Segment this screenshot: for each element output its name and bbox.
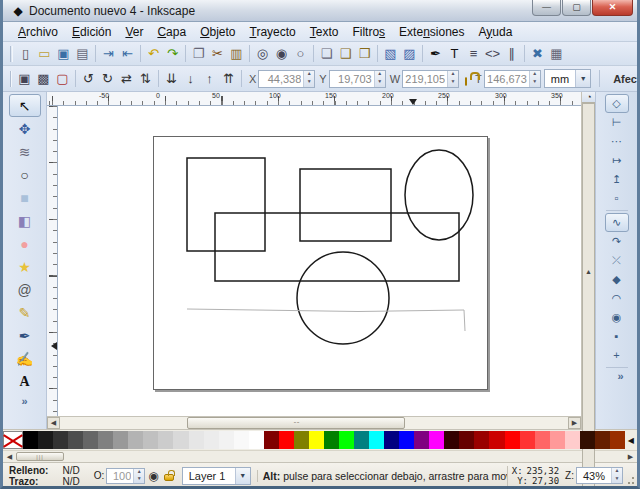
color-swatch[interactable] (189, 431, 204, 449)
align-dialog-icon[interactable]: ∥ (502, 44, 521, 63)
tweak-tool[interactable]: ≋ (9, 140, 41, 163)
color-swatch[interactable] (143, 431, 158, 449)
y-input[interactable] (330, 71, 374, 87)
x-spinner[interactable]: ▲▼ (303, 71, 314, 87)
import-icon[interactable]: ⇥ (99, 44, 118, 63)
color-swatch[interactable] (234, 431, 249, 449)
swatch-none[interactable] (3, 431, 23, 449)
layer-lock-icon[interactable] (164, 474, 174, 481)
snap-bbox-edges-icon[interactable]: ⋯ (605, 132, 629, 151)
unlink-clone-icon[interactable]: ❒ (355, 44, 374, 63)
freehand-line-shape[interactable] (187, 309, 465, 331)
snap-rotation-centers-icon[interactable]: + (605, 346, 629, 365)
horizontal-scroll-thumb[interactable] (187, 417, 405, 429)
maximize-button[interactable]: ▢ (562, 0, 591, 16)
color-swatch[interactable] (369, 431, 384, 449)
canvas-viewport[interactable] (58, 106, 581, 416)
snap-paths-icon[interactable]: ↷ (605, 232, 629, 251)
print-icon[interactable]: ▤ (73, 44, 92, 63)
close-button[interactable]: ✕ (592, 0, 633, 16)
snap-smooth-nodes-icon[interactable]: ◠ (605, 289, 629, 308)
rectangle-shape[interactable] (300, 169, 391, 241)
zoom-input[interactable] (577, 468, 611, 483)
paste-icon[interactable]: ▥ (227, 44, 246, 63)
color-swatch[interactable] (580, 431, 595, 449)
height-input[interactable] (485, 71, 529, 87)
ellipse-tool[interactable]: ● (9, 232, 41, 255)
palette-scroll-left-arrow[interactable]: ◀ (3, 451, 16, 462)
menu-objeto[interactable]: Objeto (193, 23, 242, 41)
scroll-left-arrow[interactable]: ◀ (47, 417, 60, 429)
lower-to-bottom-icon[interactable]: ⇊ (162, 69, 181, 88)
copy-icon[interactable]: ❐ (189, 44, 208, 63)
group-icon[interactable]: ▧ (381, 44, 400, 63)
menu-archivo[interactable]: Archivo (11, 23, 65, 41)
calligraphy-tool[interactable]: ✍ (9, 347, 41, 370)
color-swatch[interactable] (505, 431, 520, 449)
color-swatch[interactable] (98, 431, 113, 449)
sticky-zoom-button[interactable]: ◔ (582, 92, 596, 103)
width-spinner[interactable]: ▲▼ (447, 71, 458, 87)
xml-editor-icon[interactable]: <> (483, 44, 502, 63)
snap-enable-icon[interactable]: ◇ (605, 94, 629, 113)
document-properties-icon[interactable]: ▦ (547, 44, 566, 63)
color-swatch[interactable] (384, 431, 399, 449)
new-document-icon[interactable]: ▯ (16, 44, 35, 63)
horizontal-ruler[interactable]: -50050100150200250300350 (47, 92, 581, 106)
x-input[interactable] (259, 71, 303, 87)
color-swatch[interactable] (474, 431, 489, 449)
color-swatch[interactable] (83, 431, 98, 449)
menu-texto[interactable]: Texto (303, 23, 346, 41)
ellipse-shape[interactable] (405, 150, 473, 240)
scroll-up-arrow[interactable]: ▲ (582, 103, 595, 440)
color-swatch[interactable] (264, 431, 279, 449)
color-swatch[interactable] (294, 431, 309, 449)
snap-object-centers-icon[interactable]: ▪ (605, 327, 629, 346)
bezier-pen-tool[interactable]: ✒ (9, 324, 41, 347)
redo-icon[interactable]: ↷ (163, 44, 182, 63)
toolbar-grip[interactable] (10, 71, 12, 87)
menu-trayecto[interactable]: Trayecto (243, 23, 303, 41)
flip-vertical-icon[interactable]: ⇅ (136, 69, 155, 88)
flip-horizontal-icon[interactable]: ⇄ (117, 69, 136, 88)
export-icon[interactable]: ⇤ (118, 44, 137, 63)
wide-rectangle-shape[interactable] (215, 213, 459, 281)
pencil-tool[interactable]: ✎ (9, 301, 41, 324)
color-swatch[interactable] (459, 431, 474, 449)
color-swatch[interactable] (68, 431, 83, 449)
minimize-button[interactable]: — (532, 0, 561, 16)
deselect-icon[interactable]: ▢ (53, 69, 72, 88)
window-resize-grip[interactable] (625, 463, 635, 488)
color-swatch[interactable] (324, 431, 339, 449)
node-editor-tool[interactable]: ✥ (9, 117, 41, 140)
snap-bbox-icon[interactable]: ⊢ (605, 113, 629, 132)
snapbar-overflow-chevron[interactable]: » (617, 370, 623, 382)
snap-nodes-icon[interactable]: ∿ (605, 213, 629, 232)
zoom-spinner[interactable]: ▲▼ (611, 468, 622, 483)
duplicate-icon[interactable]: ❏ (317, 44, 336, 63)
rotate-cw-icon[interactable]: ↻ (98, 69, 117, 88)
preferences-icon[interactable]: ✖ (528, 44, 547, 63)
zoom-drawing-icon[interactable]: ◉ (272, 44, 291, 63)
color-swatch[interactable] (399, 431, 414, 449)
color-swatch[interactable] (173, 431, 188, 449)
fill-stroke-icon[interactable]: ✒ (426, 44, 445, 63)
menu-ayuda[interactable]: Ayuda (472, 23, 520, 41)
zoom-page-icon[interactable]: ○ (291, 44, 310, 63)
color-swatch[interactable] (113, 431, 128, 449)
opacity-spinner[interactable]: ▲▼ (133, 469, 144, 483)
color-swatch[interactable] (23, 431, 38, 449)
box3d-tool[interactable]: ◧ (9, 209, 41, 232)
selector-tool[interactable]: ↖ (9, 94, 41, 117)
color-swatch[interactable] (354, 431, 369, 449)
palette-more-arrow[interactable]: ◀ (625, 431, 637, 449)
color-swatch[interactable] (429, 431, 444, 449)
layers-dialog-icon[interactable]: ≡ (464, 44, 483, 63)
zoom-tool[interactable]: ○ (9, 163, 41, 186)
color-swatch[interactable] (520, 431, 535, 449)
color-swatch[interactable] (204, 431, 219, 449)
star-tool[interactable]: ★ (9, 255, 41, 278)
color-swatch[interactable] (339, 431, 354, 449)
height-spinner[interactable]: ▲▼ (529, 71, 540, 87)
color-swatch[interactable] (38, 431, 53, 449)
